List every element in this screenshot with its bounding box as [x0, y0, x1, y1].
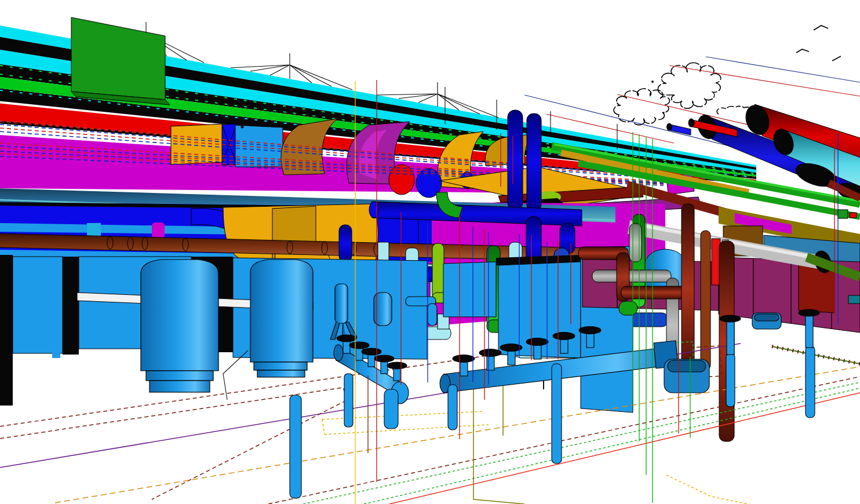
annotation-line	[706, 57, 860, 82]
silver-horizontal	[592, 270, 671, 282]
equipment-tab	[52, 349, 60, 358]
flange-icon	[526, 338, 548, 346]
bird-mark-icon	[796, 49, 809, 53]
maroon-horizontal	[621, 286, 686, 299]
bird-mark-icon	[814, 25, 828, 30]
stub	[727, 319, 734, 355]
model-viewport[interactable]	[0, 0, 860, 504]
red-box-small	[850, 213, 857, 218]
tank-vertical	[141, 260, 218, 371]
floor-line-olive	[473, 377, 524, 504]
drain-basin-rim	[668, 360, 706, 372]
manifold-leg	[290, 395, 301, 498]
floor-line-yellow	[322, 419, 325, 434]
equipment-box	[13, 257, 63, 353]
revision-cloud-icon	[658, 63, 720, 108]
magenta-fitting	[152, 222, 165, 239]
flange-icon	[374, 355, 394, 362]
blue-riser	[508, 110, 523, 210]
floor-line-maroon	[268, 377, 860, 504]
manifold-leg	[384, 389, 398, 429]
green-wall-panel	[71, 17, 170, 105]
flange-icon	[479, 349, 501, 357]
black-column	[63, 257, 79, 355]
survey-dot	[241, 126, 244, 129]
panel-face	[71, 17, 165, 100]
blue-stub	[339, 225, 352, 262]
pipe-cap	[667, 123, 672, 130]
dodger-pipe	[428, 304, 437, 326]
silver-riser	[629, 224, 642, 262]
small-vessel	[335, 284, 348, 323]
manifold-leg	[344, 374, 353, 427]
flange-icon	[553, 333, 575, 340]
flange-icon	[362, 348, 381, 355]
annotation-line	[669, 65, 860, 96]
flange-icon	[387, 362, 407, 369]
flange-icon	[500, 344, 522, 352]
flange-icon	[349, 342, 369, 349]
black-column	[0, 255, 13, 406]
tank-base	[257, 370, 305, 377]
survey-line	[772, 346, 860, 364]
manifold-legs-left	[290, 374, 398, 498]
manifold-leg	[726, 353, 735, 407]
green-box-small	[838, 210, 848, 218]
flange-icon	[720, 315, 741, 322]
survey-dot	[651, 81, 654, 83]
floor-line-yellow	[666, 475, 748, 504]
tank-base	[150, 381, 210, 392]
manifold-end-cap	[334, 345, 343, 361]
main-pipes-top-right	[667, 102, 860, 205]
bird-mark-icon	[832, 56, 841, 61]
pipe-cap	[688, 119, 694, 127]
tank-skirt	[254, 362, 307, 370]
cloud-marks	[796, 25, 841, 61]
lime-riser	[432, 243, 444, 299]
tank-skirt	[146, 371, 213, 381]
flange-icon	[579, 327, 601, 334]
teal-box-small	[848, 295, 860, 304]
stub	[806, 313, 813, 348]
drain-basin-small-rim	[755, 314, 779, 321]
model-canvas[interactable]	[0, 0, 860, 504]
manifold-leg	[806, 346, 815, 418]
manifold-leg	[552, 364, 562, 463]
revision-clouds	[614, 63, 758, 125]
flange-icon	[337, 335, 356, 342]
blue-riser	[527, 114, 541, 211]
flange-icon	[453, 355, 475, 363]
flange-icon	[799, 309, 819, 316]
manifold-leg	[448, 385, 457, 430]
tank-vertical	[250, 260, 313, 362]
green-elbow	[619, 301, 637, 315]
